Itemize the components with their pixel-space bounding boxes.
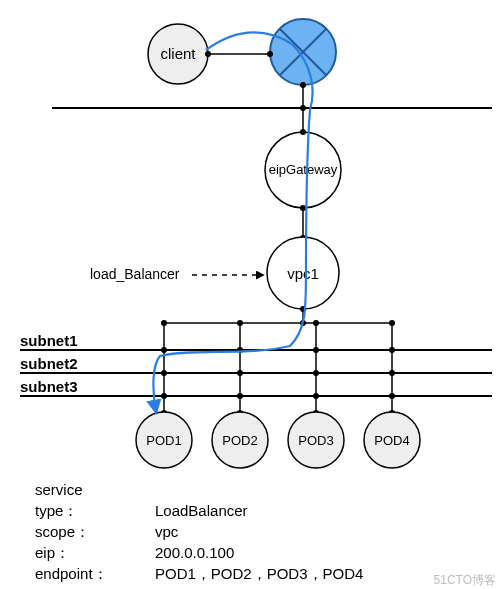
svg-point-28 <box>313 320 319 326</box>
svg-point-41 <box>161 370 167 376</box>
service-type-label: type： <box>35 502 78 519</box>
service-header: service <box>35 481 83 498</box>
svg-point-45 <box>161 393 167 399</box>
pod2-node: POD2 <box>212 412 268 468</box>
subnet1-label: subnet1 <box>20 332 78 349</box>
service-eip-value: 200.0.0.100 <box>155 544 234 561</box>
svg-point-44 <box>389 370 395 376</box>
connector-boundary-to-gateway <box>300 108 306 135</box>
load-balancer-label: load_Balancer <box>90 266 180 282</box>
vpc-bus <box>161 320 395 416</box>
connector-client-to-cross <box>205 51 273 57</box>
svg-point-46 <box>237 393 243 399</box>
svg-point-14 <box>300 205 306 211</box>
svg-point-48 <box>389 393 395 399</box>
client-label: client <box>160 45 196 62</box>
svg-point-39 <box>313 347 319 353</box>
pod1-label: POD1 <box>146 433 181 448</box>
svg-point-40 <box>389 347 395 353</box>
svg-point-8 <box>300 82 306 88</box>
pod1-node: POD1 <box>136 412 192 468</box>
svg-point-27 <box>237 320 243 326</box>
service-block: service type： LoadBalancer scope： vpc ei… <box>35 481 363 582</box>
service-type-value: LoadBalancer <box>155 502 248 519</box>
pod3-label: POD3 <box>298 433 333 448</box>
svg-point-29 <box>389 320 395 326</box>
svg-point-5 <box>205 51 211 57</box>
load-balancer-pointer: load_Balancer <box>90 266 263 282</box>
service-scope-value: vpc <box>155 523 179 540</box>
service-endpoint-value: POD1，POD2，POD3，POD4 <box>155 565 363 582</box>
svg-point-47 <box>313 393 319 399</box>
pod4-node: POD4 <box>364 412 420 468</box>
svg-point-43 <box>313 370 319 376</box>
vpc-label: vpc1 <box>287 265 319 282</box>
service-eip-label: eip： <box>35 544 70 561</box>
svg-point-26 <box>161 320 167 326</box>
eip-gateway-label: eipGateway <box>269 162 338 177</box>
svg-point-37 <box>161 347 167 353</box>
pod2-label: POD2 <box>222 433 257 448</box>
vpc-node: vpc1 <box>267 237 339 309</box>
svg-point-42 <box>237 370 243 376</box>
subnet-lines: subnet1 subnet2 subnet3 <box>20 332 492 399</box>
subnet2-label: subnet2 <box>20 355 78 372</box>
pod3-node: POD3 <box>288 412 344 468</box>
subnet3-label: subnet3 <box>20 378 78 395</box>
svg-point-12 <box>300 129 306 135</box>
client-node: client <box>148 24 208 84</box>
watermark-text: 51CTO博客 <box>434 573 496 587</box>
connector-cross-to-boundary <box>300 82 306 111</box>
svg-point-6 <box>267 51 273 57</box>
service-endpoint-label: endpoint： <box>35 565 108 582</box>
traffic-flow-path <box>153 32 312 412</box>
eip-cross-node <box>270 19 336 85</box>
service-scope-label: scope： <box>35 523 90 540</box>
eip-gateway-node: eipGateway <box>265 132 341 208</box>
pod-nodes: POD1 POD2 POD3 POD4 <box>136 412 420 468</box>
pod4-label: POD4 <box>374 433 409 448</box>
